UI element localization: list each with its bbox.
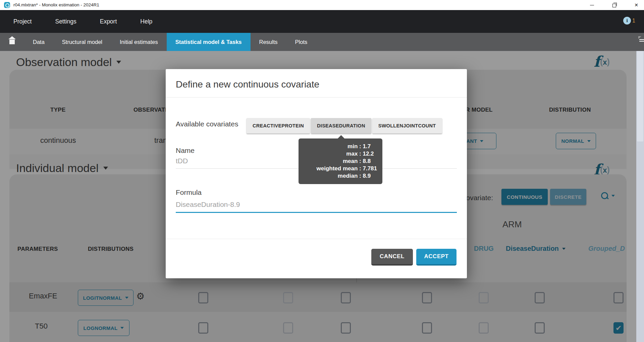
stat-label: min [304, 143, 363, 150]
tab-bar: Data Structural model Initial estimates … [0, 33, 644, 51]
minimize-icon [590, 5, 594, 5]
info-icon: i [623, 17, 631, 24]
covariate-stats-tooltip: min 1.7 max 12.2 mean 8.8 weighted mean … [299, 138, 382, 184]
scrollbar-thumb[interactable] [637, 51, 643, 141]
covariate-swollenjointcount-button[interactable]: SWOLLENJOINTCOUNT [372, 118, 442, 133]
accept-button[interactable]: ACCEPT [416, 249, 457, 266]
stat-label: median [304, 172, 363, 180]
minimize-button[interactable] [584, 0, 600, 10]
available-covariates-label: Available covariates [176, 120, 238, 128]
stat-value: 1.7 [363, 143, 377, 150]
app-logo-icon [4, 2, 10, 8]
notification-count: 1 [632, 18, 635, 24]
stat-value: 8.9 [363, 172, 377, 180]
menu-help[interactable]: Help [128, 18, 164, 25]
menu-export[interactable]: Export [88, 18, 129, 25]
stat-label: max [304, 150, 363, 158]
vertical-scrollbar[interactable] [636, 51, 644, 342]
maximize-button[interactable] [606, 0, 622, 10]
divider [166, 97, 467, 98]
maximize-icon [612, 4, 616, 7]
notifications-button[interactable]: i 1 [623, 17, 635, 24]
divider [166, 239, 467, 239]
covariate-diseaseduration-button[interactable]: DISEASEDURATION [311, 118, 371, 133]
formula-label: Formula [176, 188, 202, 196]
tab-initial-estimates[interactable]: Initial estimates [111, 33, 167, 51]
covariate-creactiveprotein-button[interactable]: CREACTIVEPROTEIN [247, 118, 310, 133]
dialog-title: Define a new continuous covariate [176, 79, 319, 90]
menu-project[interactable]: Project [2, 18, 43, 25]
define-covariate-dialog: Define a new continuous covariate Availa… [166, 69, 467, 278]
menu-settings[interactable]: Settings [43, 18, 88, 25]
tab-results[interactable]: Results [251, 33, 286, 51]
stat-value: 8.8 [363, 158, 377, 165]
title-bar: r04.mlxtran* - Monolix estimation - 2024… [0, 0, 644, 10]
tab-structural-model[interactable]: Structural model [53, 33, 111, 51]
stat-label: weighted mean [304, 165, 363, 172]
tab-statistical-model-tasks[interactable]: Statistical model & Tasks [167, 33, 251, 51]
window-title: r04.mlxtran* - Monolix estimation - 2024… [13, 2, 99, 7]
home-icon [8, 39, 16, 45]
menu-bar: Project Settings Export Help i 1 [0, 10, 644, 33]
close-button[interactable]: ✕ [629, 0, 644, 10]
name-label: Name [176, 147, 195, 155]
tab-home[interactable] [0, 33, 24, 51]
stat-value: 12.2 [363, 150, 377, 158]
stat-label: mean [304, 158, 363, 165]
tab-plots[interactable]: Plots [286, 33, 316, 51]
close-icon: ✕ [634, 3, 638, 7]
formula-input[interactable] [176, 201, 457, 213]
stat-value: 7.781 [363, 165, 377, 172]
tab-data[interactable]: Data [24, 33, 53, 51]
available-covariates-group: CREACTIVEPROTEIN DISEASEDURATION SWOLLEN… [247, 118, 442, 133]
cancel-button[interactable]: CANCEL [371, 249, 413, 266]
